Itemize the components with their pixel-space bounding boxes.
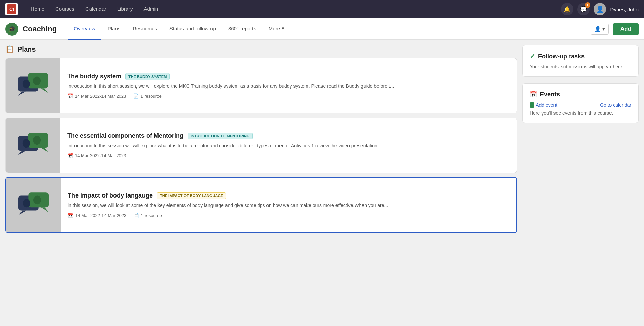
tab-resources[interactable]: Resources [126, 18, 163, 40]
svg-point-19 [23, 199, 30, 208]
person-icon: 👤 [594, 26, 601, 32]
resource-icon-3: 📄 [133, 213, 139, 218]
plan-title-2: The essential components of Mentoring [67, 132, 183, 139]
avatar[interactable]: 👤 [594, 3, 606, 15]
brand: 🎓 Coaching [5, 23, 57, 36]
nav-home[interactable]: Home [26, 0, 49, 20]
plan-meta-1: 📅 14 Mar 2022-14 Mar 2023 📄 1 resource [67, 93, 510, 99]
plus-icon: + [530, 102, 534, 108]
events-row: + Add event Go to calendar [530, 102, 631, 110]
add-button[interactable]: Add [613, 23, 639, 35]
mentoring-icon [14, 126, 52, 164]
calendar-icon-3: 📅 [68, 213, 73, 218]
message-button[interactable]: 💬 1 [577, 3, 590, 15]
graduation-icon: 🎓 [8, 25, 16, 33]
brand-icon: 🎓 [5, 23, 18, 36]
app-logo[interactable]: CI [5, 3, 18, 15]
chevron-down-icon: ▾ [282, 25, 284, 31]
plans-heading: Plans [17, 45, 36, 53]
follow-up-heading: ✓ Follow-up tasks [530, 52, 631, 60]
plan-meta-3: 📅 14 Mar 2022-14 Mar 2023 📄 1 resource [68, 213, 509, 218]
svg-point-6 [33, 77, 41, 85]
nav-courses[interactable]: Courses [51, 0, 79, 20]
svg-point-5 [23, 80, 30, 89]
right-column: ✓ Follow-up tasks Your students' submiss… [522, 45, 639, 321]
plan-title-3: The impact of body langauge [68, 192, 153, 199]
top-nav-links: Home Courses Calendar Library Admin [26, 0, 561, 20]
plan-card-3[interactable]: The impact of body langauge THE IMPACT O… [5, 177, 517, 233]
brand-title: Coaching [23, 25, 57, 33]
plan-desc-1: Introduction In this short session, we w… [67, 83, 510, 90]
plan-tag-2: INTRODUCTION TO MENTORING [188, 133, 253, 139]
top-nav: CI Home Courses Calendar Library Admin 🔔… [0, 0, 644, 18]
nav-library[interactable]: Library [112, 0, 138, 20]
nav-admin[interactable]: Admin [139, 0, 163, 20]
svg-point-13 [33, 136, 41, 145]
plan-thumb-1 [6, 58, 60, 113]
events-section: 📅 Events + Add event Go to calendar Here… [522, 83, 639, 123]
add-event-link[interactable]: + Add event [530, 102, 557, 108]
go-to-calendar-link[interactable]: Go to calendar [600, 102, 631, 108]
plan-body-1: The buddy system THE BUDDY SYSTEM Introd… [60, 58, 517, 113]
follow-up-section: ✓ Follow-up tasks Your students' submiss… [522, 45, 639, 77]
calendar-icon-2: 📅 [67, 153, 73, 158]
events-heading: 📅 Events [530, 91, 631, 98]
person-chevron-icon: ▾ [602, 26, 605, 32]
plan-thumb-3 [6, 178, 61, 232]
plan-desc-3: in this session, we will look at some of… [68, 202, 509, 209]
plan-desc-2: Introduction In this session we will exp… [67, 142, 510, 149]
follow-up-body: Your students' submissions will appear h… [530, 64, 631, 69]
tab-360-reports[interactable]: 360° reports [222, 18, 262, 40]
plan-title-1: The buddy system [67, 73, 121, 80]
main-layout: 📋 Plans The buddy system THE BUD [0, 40, 644, 326]
sub-nav: 🎓 Coaching Overview Plans Resources Stat… [0, 18, 644, 40]
plans-column: 📋 Plans The buddy system THE BUD [5, 45, 517, 321]
plan-card-1[interactable]: The buddy system THE BUDDY SYSTEM Introd… [5, 58, 517, 113]
nav-right-controls: 🔔 💬 1 👤 Dynes, John [561, 3, 639, 15]
plans-header: 📋 Plans [5, 45, 517, 53]
calendar-icon-1: 📅 [67, 93, 73, 99]
person-dropdown-button[interactable]: 👤 ▾ [591, 24, 609, 35]
plan-resource-3: 📄 1 resource [133, 213, 162, 218]
plan-date-3: 📅 14 Mar 2022-14 Mar 2023 [68, 213, 126, 218]
plan-tag-1: THE BUDDY SYSTEM [125, 73, 170, 80]
body-language-icon [15, 186, 52, 224]
checkmark-icon: ✓ [530, 52, 535, 60]
bell-icon: 🔔 [564, 6, 571, 13]
plan-resource-1: 📄 1 resource [133, 93, 161, 99]
message-badge: 1 [585, 2, 590, 8]
svg-point-20 [33, 196, 41, 205]
user-name: Dynes, John [610, 6, 639, 12]
plan-meta-2: 📅 14 Mar 2022-14 Mar 2023 [67, 153, 510, 158]
tab-plans[interactable]: Plans [101, 18, 127, 40]
plans-doc-icon: 📋 [5, 45, 14, 53]
plan-date-1: 📅 14 Mar 2022-14 Mar 2023 [67, 93, 126, 99]
notification-bell-button[interactable]: 🔔 [561, 3, 573, 15]
plan-body-2: The essential components of Mentoring IN… [60, 118, 517, 173]
resource-icon-1: 📄 [133, 93, 139, 99]
plan-tag-3: THE IMPACT OF BODY LANGUAGE [157, 192, 226, 199]
logo-icon: CI [7, 4, 16, 14]
tab-more[interactable]: More ▾ [262, 18, 290, 40]
plan-thumb-2 [6, 118, 60, 173]
plan-body-3: The impact of body langauge THE IMPACT O… [61, 178, 516, 232]
sub-nav-right: 👤 ▾ Add [591, 23, 639, 35]
svg-point-12 [23, 139, 30, 148]
events-calendar-icon: 📅 [530, 91, 537, 98]
events-body: Here you'll see events from this course. [530, 110, 631, 116]
plan-card-2[interactable]: The essential components of Mentoring IN… [5, 118, 517, 173]
buddy-system-icon [14, 67, 52, 105]
tab-status-follow-up[interactable]: Status and follow-up [163, 18, 222, 40]
sub-nav-tabs: Overview Plans Resources Status and foll… [68, 18, 591, 40]
tab-overview[interactable]: Overview [68, 18, 101, 40]
plan-date-2: 📅 14 Mar 2022-14 Mar 2023 [67, 153, 126, 158]
nav-calendar[interactable]: Calendar [81, 0, 111, 20]
